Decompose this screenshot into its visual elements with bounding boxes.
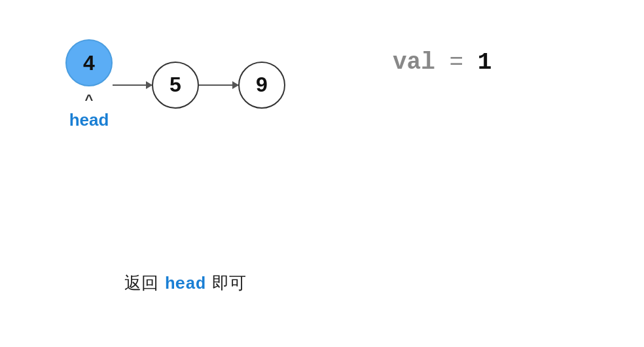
bottom-instruction: 返回 head 即可 bbox=[124, 272, 246, 295]
node-4-wrapper: 4 ^ head bbox=[65, 39, 113, 130]
val-keyword: val bbox=[393, 49, 435, 76]
node-9-wrapper: 9 bbox=[238, 62, 285, 109]
node-5: 5 bbox=[152, 62, 199, 109]
bottom-head-keyword: head bbox=[165, 274, 206, 294]
val-equals: = bbox=[449, 49, 477, 76]
arrow-1 bbox=[113, 84, 152, 86]
node-5-wrapper: 5 bbox=[152, 62, 199, 109]
caret-indicator: ^ bbox=[85, 92, 94, 109]
node-4-value: 4 bbox=[83, 51, 95, 75]
node-9: 9 bbox=[238, 62, 285, 109]
linked-list-diagram: 4 ^ head 5 9 bbox=[65, 39, 285, 130]
arrow-line-1 bbox=[113, 84, 152, 86]
val-number: 1 bbox=[478, 49, 492, 76]
bottom-prefix: 返回 bbox=[124, 272, 158, 295]
arrow-2 bbox=[199, 84, 238, 86]
arrow-line-2 bbox=[199, 84, 238, 86]
head-label: head bbox=[69, 110, 109, 130]
node-5-value: 5 bbox=[170, 73, 181, 97]
val-display: val = 1 bbox=[393, 49, 492, 76]
node-9-value: 9 bbox=[256, 73, 268, 97]
bottom-suffix: 即可 bbox=[212, 272, 246, 295]
node-4: 4 bbox=[65, 39, 113, 86]
